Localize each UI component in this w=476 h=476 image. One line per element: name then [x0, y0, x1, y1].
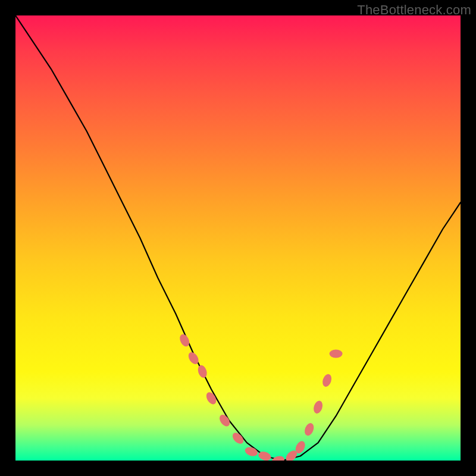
curve-path — [15, 15, 461, 461]
plot-area — [15, 15, 461, 461]
highlight-marker — [330, 350, 343, 358]
chart-svg — [15, 15, 461, 461]
highlight-marker — [244, 446, 259, 458]
chart-frame: TheBottleneck.com — [0, 0, 476, 476]
watermark-text: TheBottleneck.com — [357, 2, 471, 18]
highlight-marker — [303, 422, 315, 437]
bottleneck-curve — [15, 15, 461, 461]
highlight-marker — [178, 333, 191, 348]
highlight-marker — [196, 364, 208, 379]
highlight-markers — [178, 333, 343, 461]
highlight-marker — [321, 373, 333, 388]
highlight-marker — [312, 400, 324, 415]
